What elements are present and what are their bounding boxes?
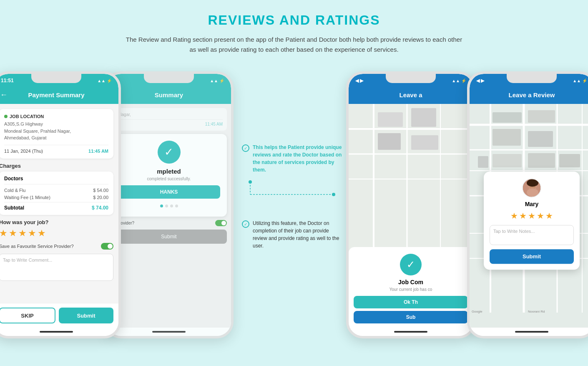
svg-rect-13 <box>378 133 401 150</box>
notes-input[interactable]: Tap to Write Notes... <box>490 225 574 245</box>
phone3-header: Leave a <box>349 86 473 104</box>
comment-input[interactable]: Tap to Write Comment... <box>0 254 113 281</box>
phone1: 11:51 11:51 ▲▲ ⚡ ← Payment Summary <box>0 71 121 338</box>
reviewer-name: Mary <box>490 201 574 207</box>
phone2-header-title: Summary <box>120 91 218 98</box>
phone4-map: Google Noorani Rd <box>470 104 588 328</box>
phone3-header-title: Leave a <box>362 91 460 98</box>
phone2-toggle-row: ce Provider? <box>111 220 227 226</box>
phone3-map: Google ✓ Job Com Your current job has co… <box>349 104 473 328</box>
job-loc-title: JOB LOCATION <box>4 114 108 119</box>
svg-rect-30 <box>528 131 553 147</box>
star-4[interactable]: ★ <box>28 228 36 239</box>
review-star-3[interactable]: ★ <box>528 211 535 221</box>
completed-title: mpleted <box>118 168 220 175</box>
fav-toggle-row: Save as Favourite Service Provider? <box>0 243 113 250</box>
review-star-5[interactable]: ★ <box>545 211 553 221</box>
annotation-text-2: Utilizing this feature, the Doctor on co… <box>253 220 342 250</box>
phones-row: 11:51 11:51 ▲▲ ⚡ ← Payment Summary <box>17 71 571 338</box>
svg-rect-11 <box>378 112 403 127</box>
wifi-icon2: ▲▲ <box>210 78 218 83</box>
review-modal: Mary ★ ★ ★ ★ ★ Tap to Write Notes... <box>484 172 580 270</box>
phone1-notch <box>31 74 81 83</box>
battery-icon4: ⚡ <box>582 78 587 83</box>
toggle2[interactable] <box>215 220 227 226</box>
wifi-icon3: ▲▲ <box>452 78 460 83</box>
annotation-item-2: Utilizing this feature, the Doctor on co… <box>242 220 342 250</box>
svg-text:Google: Google <box>472 310 482 313</box>
jc-check-icon: ✓ <box>400 254 422 275</box>
phone4-header: Leave a Review <box>470 86 588 104</box>
svg-point-2 <box>249 180 252 184</box>
phone3-notch <box>386 74 436 83</box>
page-subtitle: The Review and Rating section present on… <box>17 35 571 55</box>
wifi-icon: ▲▲ <box>97 78 106 83</box>
phone3-home-indicator <box>349 328 473 336</box>
phone4: ◀ ▶ 11:51 ▲▲ ⚡ Leave a Review <box>467 71 588 338</box>
rating-section: How was your job? ★ ★ ★ ★ ★ <box>0 219 113 239</box>
battery-icon3: ⚡ <box>461 78 466 83</box>
reviewer-avatar <box>522 178 541 197</box>
avatar-img <box>523 179 540 197</box>
review-star-4[interactable]: ★ <box>537 211 544 221</box>
phone3: ◀ ▶ 11:51 ▲▲ ⚡ Leave a <box>346 71 475 338</box>
phone2-summary-card: d Nagar, 11:45 AM <box>111 108 227 131</box>
star-1[interactable]: ★ <box>0 228 8 239</box>
phone4-header-title: Leave a Review <box>483 91 580 98</box>
phone2-body: d Nagar, 11:45 AM ✓ mpleted compl <box>107 104 231 328</box>
svg-rect-27 <box>493 112 522 123</box>
green-dot-icon <box>4 115 8 118</box>
svg-rect-12 <box>411 108 436 127</box>
review-stars[interactable]: ★ ★ ★ ★ ★ <box>490 211 574 221</box>
svg-text:Noorani Rd: Noorani Rd <box>528 310 545 313</box>
stars-row[interactable]: ★ ★ ★ ★ ★ <box>0 228 113 239</box>
phone3-submit-button[interactable]: Sub <box>354 311 468 323</box>
charge-row-2: Waiting Fee (1 Minute) $ 20.00 <box>4 195 108 200</box>
thanks-button[interactable]: HANKS <box>118 185 220 199</box>
charges-card: Doctors Cold & Flu $ 54.00 Waiting Fee (… <box>0 172 113 215</box>
charges-section: Charges Doctors Cold & Flu $ 54.00 Waiti… <box>0 163 113 215</box>
page-title: REVIEWS AND RATINGS <box>17 13 571 28</box>
svg-rect-28 <box>528 110 555 123</box>
phone1-header-title: Payment Summary <box>8 91 105 98</box>
svg-rect-29 <box>493 129 521 146</box>
job-completed-overlay: ✓ Job Com Your current job has co Ok Th … <box>349 247 473 328</box>
charge-row-1: Cold & Flu $ 54.00 <box>4 188 108 193</box>
back-arrow-icon[interactable]: ← <box>0 91 8 99</box>
connector-svg <box>234 182 350 207</box>
svg-rect-14 <box>411 135 438 150</box>
phone4-notch <box>507 74 557 83</box>
svg-point-3 <box>332 193 335 196</box>
phone1-status-icons: ▲▲ ⚡ <box>97 78 112 83</box>
svg-rect-33 <box>528 153 555 168</box>
phone4-home-indicator <box>470 328 588 336</box>
job-time-row: 11 Jan, 2024 (Thu) 11:45 AM <box>4 145 108 154</box>
skip-button[interactable]: SKIP <box>0 308 55 323</box>
svg-rect-31 <box>478 156 488 168</box>
phone2-submit-button[interactable]: Submit <box>111 230 227 244</box>
subtotal-row: Subtotal $ 74.00 <box>4 202 108 211</box>
wifi-icon4: ▲▲ <box>573 78 581 83</box>
review-star-1[interactable]: ★ <box>510 211 518 221</box>
jc-sub: Your current job has co <box>354 287 468 292</box>
submit-button[interactable]: Submit <box>59 308 113 323</box>
star-2[interactable]: ★ <box>9 228 17 239</box>
svg-rect-32 <box>493 154 522 167</box>
ok-button[interactable]: Ok Th <box>354 296 468 308</box>
annotation-area: This helps the Patient provide unique re… <box>234 135 350 275</box>
review-submit-button[interactable]: Submit <box>490 249 574 264</box>
job-location-card: JOB LOCATION A305,S.G Highway Mondeal Sq… <box>0 109 113 159</box>
page-wrapper: REVIEWS AND RATINGS The Review and Ratin… <box>0 0 588 351</box>
phone2-home-indicator <box>107 328 231 336</box>
rating-dots <box>118 204 220 207</box>
jc-title: Job Com <box>354 279 468 285</box>
fav-toggle[interactable] <box>101 243 113 250</box>
star-5[interactable]: ★ <box>38 228 46 239</box>
home-bar <box>40 331 73 333</box>
battery-icon: ⚡ <box>107 78 112 83</box>
svg-rect-34 <box>559 154 580 167</box>
star-3[interactable]: ★ <box>18 228 27 239</box>
review-star-2[interactable]: ★ <box>519 211 527 221</box>
check-circle-icon: ✓ <box>158 141 181 164</box>
annotation-check-1 <box>242 144 249 152</box>
